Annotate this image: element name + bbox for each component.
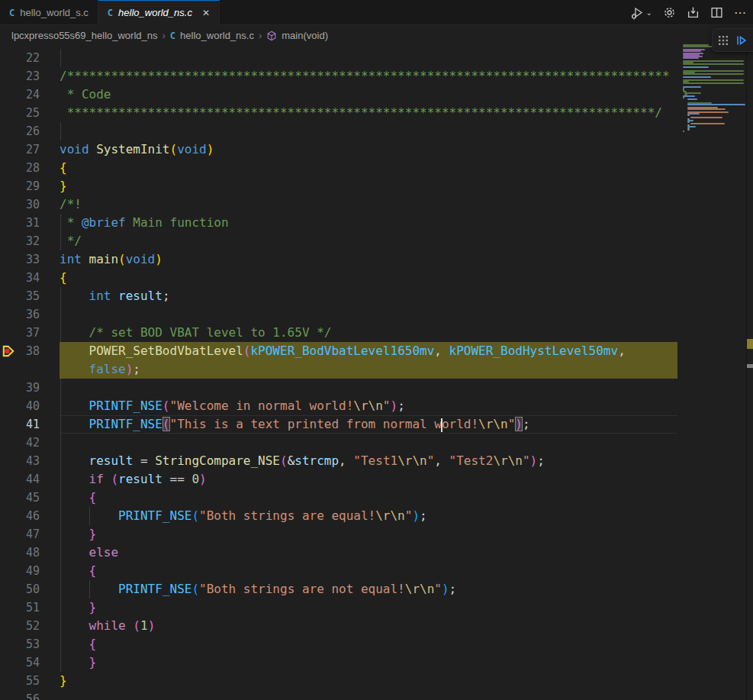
code-line[interactable]: false); [0,360,677,379]
code-line-content[interactable]: int main(void) [60,250,163,269]
minimap[interactable] [683,44,746,698]
line-number[interactable]: 41 [0,415,40,434]
line-number[interactable]: 25 [0,104,40,122]
code-line[interactable]: 24 * Code [0,85,677,104]
code-line-content[interactable]: while (1) [60,617,155,635]
tab-hello-world-s[interactable]: C hello_world_s.c [0,0,98,25]
more-actions-icon[interactable]: ⋯ [734,5,747,20]
line-number[interactable]: 22 [0,49,40,67]
code-line-content[interactable]: PRINTF_NSE("This is a text printed from … [60,415,530,434]
code-line-content[interactable]: result = StringCompare_NSE(&strcmp, "Tes… [60,452,545,470]
code-line-content[interactable]: } [60,525,96,544]
line-number[interactable] [0,360,40,379]
code-line[interactable]: 26 [0,122,677,140]
code-line[interactable]: 34{ [0,269,677,287]
code-line[interactable]: 55} [0,672,677,690]
code-line[interactable]: 56 [0,690,677,700]
line-number[interactable]: 23 [0,67,40,85]
line-number[interactable]: 47 [0,525,40,544]
line-number[interactable]: 55 [0,672,40,690]
code-line-content[interactable]: { [60,562,96,580]
code-line[interactable]: 28{ [0,159,677,177]
code-line-content[interactable]: { [60,635,96,653]
grid-menu-icon[interactable] [718,35,729,46]
line-number[interactable]: 32 [0,232,40,250]
line-number[interactable]: 50 [0,580,40,598]
code-line-content[interactable]: /***************************************… [60,67,670,85]
line-number[interactable]: 48 [0,544,40,562]
code-line[interactable]: 25 *************************************… [0,104,677,122]
breadcrumb-folder[interactable]: lpcxpresso55s69_hello_world_ns [11,30,158,41]
code-editor[interactable]: 2223/***********************************… [0,46,753,700]
run-to-line-icon[interactable] [735,34,748,47]
code-line-content[interactable]: int result; [60,287,170,305]
code-line[interactable]: 44 if (result == 0) [0,470,677,489]
line-number[interactable]: 29 [0,177,40,195]
line-number[interactable]: 40 [0,397,40,415]
line-number[interactable]: 54 [0,653,40,672]
code-line[interactable]: 43 result = StringCompare_NSE(&strcmp, "… [0,452,677,470]
line-number[interactable]: 52 [0,617,40,635]
line-number[interactable]: 51 [0,598,40,617]
run-or-debug-button[interactable]: ⌄ [630,6,652,20]
code-line-content[interactable]: * Code [60,85,111,104]
code-line-content[interactable]: PRINTF_NSE("Both strings are equal!\r\n"… [60,507,427,525]
code-line-content[interactable]: PRINTF_NSE("Both strings are not equal!\… [60,580,456,598]
code-line[interactable]: 53 { [0,635,677,653]
code-line-content[interactable]: */ [60,232,82,250]
close-icon[interactable]: ✕ [202,8,210,18]
code-line[interactable]: 23/*************************************… [0,67,677,85]
line-number[interactable]: 33 [0,250,40,269]
code-line[interactable]: 40 PRINTF_NSE("Welcome in normal world!\… [0,397,677,415]
line-number[interactable]: 24 [0,85,40,104]
tab-hello-world-ns[interactable]: C hello_world_ns.c ✕ [98,0,220,25]
line-number[interactable]: 31 [0,214,40,232]
code-line-content[interactable]: * @brief Main function [60,214,229,232]
code-line[interactable]: 42 [0,434,677,452]
code-line-content[interactable]: void SystemInit(void) [60,140,214,159]
code-line-content[interactable]: { [60,489,96,507]
debug-current-line-breakpoint-icon[interactable] [2,344,15,358]
line-number[interactable]: 26 [0,122,40,140]
settings-gear-icon[interactable] [663,6,676,19]
code-line-content[interactable]: } [60,177,67,195]
code-line[interactable]: 51 } [0,598,677,617]
code-line[interactable]: 31 * @brief Main function [0,214,677,232]
line-number[interactable]: 39 [0,379,40,397]
breadcrumb-symbol[interactable]: main(void) [282,30,328,41]
line-number[interactable]: 53 [0,635,40,653]
code-line[interactable]: 38 POWER_SetBodVbatLevel(kPOWER_BodVbatL… [0,342,677,360]
code-line[interactable]: 22 [0,49,677,67]
code-line[interactable]: 45 { [0,489,677,507]
code-line-content[interactable]: } [60,598,96,617]
flash-download-icon[interactable] [687,6,700,19]
overview-ruler[interactable] [747,46,753,700]
code-line[interactable]: 29} [0,177,677,195]
code-line-content[interactable]: false); [60,360,140,379]
code-line[interactable]: 36 [0,305,677,324]
code-line[interactable]: 27void SystemInit(void) [0,140,677,159]
chevron-down-icon[interactable]: ⌄ [646,8,652,17]
code-line[interactable]: 32 */ [0,232,677,250]
line-number[interactable]: 37 [0,324,40,342]
code-line-content[interactable]: } [60,653,96,672]
line-number[interactable]: 44 [0,470,40,489]
line-number[interactable]: 36 [0,305,40,324]
code-line-content[interactable]: POWER_SetBodVbatLevel(kPOWER_BodVbatLeve… [60,342,626,360]
line-number[interactable]: 35 [0,287,40,305]
line-number[interactable]: 43 [0,452,40,470]
code-line[interactable]: 50 PRINTF_NSE("Both strings are not equa… [0,580,677,598]
code-line[interactable]: 54 } [0,653,677,672]
line-number[interactable]: 46 [0,507,40,525]
code-line-content[interactable]: PRINTF_NSE("Welcome in normal world!\r\n… [60,397,405,415]
breadcrumb-file[interactable]: hello_world_ns.c [180,30,254,41]
code-line[interactable]: 39 [0,379,677,397]
line-number[interactable]: 42 [0,434,40,452]
code-line-content[interactable]: } [60,672,67,690]
code-line-content[interactable]: if (result == 0) [60,470,207,489]
code-line[interactable]: 47 } [0,525,677,544]
code-line-content[interactable]: { [60,159,67,177]
code-line[interactable]: 48 else [0,544,677,562]
line-number[interactable]: 34 [0,269,40,287]
code-line-content[interactable]: { [60,269,67,287]
